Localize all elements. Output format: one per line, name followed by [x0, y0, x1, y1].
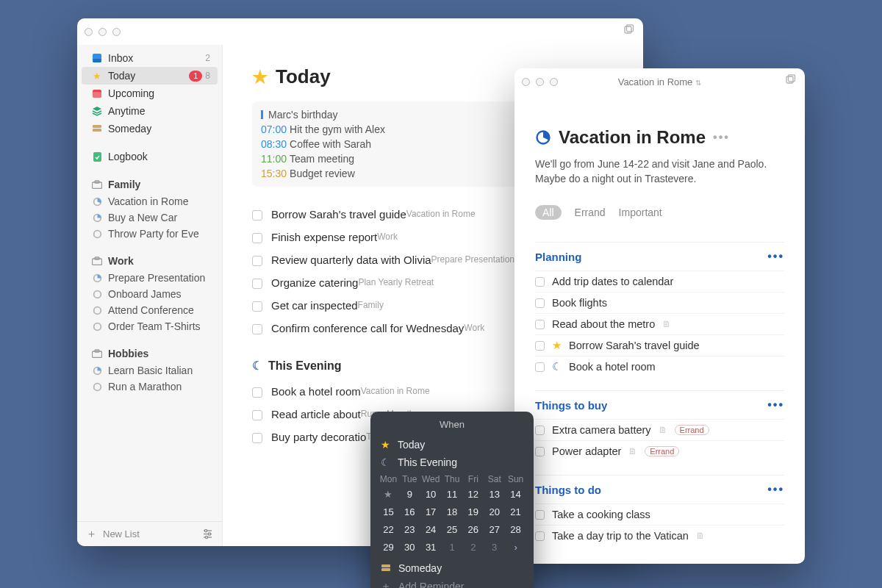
- calendar-day[interactable]: 1: [442, 540, 463, 555]
- plus-icon[interactable]: ＋: [86, 527, 97, 541]
- calendar-day[interactable]: 24: [420, 523, 442, 537]
- checkbox[interactable]: [252, 210, 262, 220]
- checkbox[interactable]: [535, 510, 545, 520]
- sidebar-today[interactable]: ★ Today 1 8: [82, 67, 218, 85]
- sidebar-proj-party[interactable]: Throw Party for Eve: [82, 226, 218, 242]
- checkbox[interactable]: [252, 410, 262, 420]
- calendar-day[interactable]: 21: [505, 505, 526, 520]
- sidebar-anytime[interactable]: Anytime: [82, 102, 218, 120]
- tag-errand[interactable]: Errand: [575, 207, 606, 218]
- task-row[interactable]: ☾Book a hotel room: [535, 356, 784, 377]
- checkbox[interactable]: [252, 301, 262, 312]
- tag-pill[interactable]: Errand: [645, 446, 679, 456]
- when-today[interactable]: ★Today: [370, 436, 534, 453]
- sidebar-logbook[interactable]: Logbook: [82, 148, 218, 165]
- task-row[interactable]: Add trip dates to calendar: [535, 270, 784, 292]
- checkbox[interactable]: [252, 256, 262, 266]
- calendar-day[interactable]: 13: [484, 487, 505, 502]
- calendar-day[interactable]: 25: [442, 523, 463, 537]
- calendar-day[interactable]: 17: [420, 505, 442, 520]
- calendar-day[interactable]: 18: [442, 505, 463, 520]
- tag-pill[interactable]: Errand: [675, 425, 709, 435]
- sidebar-proj-conference[interactable]: Attend Conference: [82, 302, 218, 318]
- calendar-day[interactable]: 15: [378, 505, 399, 520]
- calendar-day[interactable]: 14: [505, 487, 526, 502]
- checkbox[interactable]: [535, 298, 545, 308]
- sidebar-proj-italian[interactable]: Learn Basic Italian: [82, 362, 218, 379]
- calendar-day[interactable]: 9: [399, 487, 420, 502]
- minimize-dot[interactable]: [536, 78, 544, 86]
- task-row[interactable]: Book flights: [535, 292, 784, 313]
- sidebar-upcoming[interactable]: Upcoming: [82, 85, 218, 102]
- sidebar-proj-onboard[interactable]: Onboard James: [82, 286, 218, 302]
- task-row[interactable]: Read about the metro🗎: [535, 313, 784, 334]
- sidebar-area-hobbies[interactable]: Hobbies: [82, 345, 218, 362]
- checkbox[interactable]: [535, 447, 545, 456]
- section-head[interactable]: Planning •••: [535, 250, 784, 263]
- checkbox[interactable]: [535, 531, 545, 541]
- new-list-button[interactable]: New List: [103, 528, 140, 539]
- zoom-dot[interactable]: [112, 28, 121, 36]
- calendar-day[interactable]: 20: [484, 505, 505, 520]
- sidebar-proj-vacation[interactable]: Vacation in Rome: [82, 193, 218, 209]
- zoom-dot[interactable]: [550, 78, 558, 86]
- more-icon[interactable]: •••: [767, 483, 784, 496]
- calendar-day[interactable]: 30: [399, 540, 420, 555]
- close-dot[interactable]: [522, 78, 530, 86]
- windows-icon[interactable]: [784, 74, 796, 86]
- sidebar-proj-car[interactable]: Buy a New Car: [82, 209, 218, 226]
- task-row[interactable]: ★Borrow Sarah's travel guide: [535, 334, 784, 356]
- task-row[interactable]: Extra camera battery🗎Errand: [535, 419, 784, 440]
- tag-all[interactable]: All: [535, 205, 562, 220]
- checkbox[interactable]: [252, 324, 262, 334]
- calendar-day[interactable]: 27: [484, 523, 505, 537]
- checkbox[interactable]: [252, 387, 262, 398]
- calendar-day[interactable]: 16: [399, 505, 420, 520]
- sidebar-proj-marathon[interactable]: Run a Marathon: [82, 379, 218, 395]
- when-evening[interactable]: ☾This Evening: [370, 453, 534, 471]
- calendar-day[interactable]: 3: [484, 540, 505, 555]
- when-someday[interactable]: Someday: [370, 559, 534, 577]
- calendar-next-icon[interactable]: ›: [505, 540, 526, 555]
- more-icon[interactable]: •••: [767, 250, 784, 263]
- checkbox[interactable]: [252, 233, 262, 243]
- sidebar-someday[interactable]: Someday: [82, 120, 218, 137]
- calendar-day[interactable]: 2: [462, 540, 484, 555]
- task-row[interactable]: Power adapter🗎Errand: [535, 440, 784, 462]
- calendar-day[interactable]: 12: [462, 487, 484, 502]
- checkbox[interactable]: [252, 279, 262, 289]
- tag-important[interactable]: Important: [619, 207, 662, 218]
- close-dot[interactable]: [85, 28, 93, 36]
- checkbox[interactable]: [535, 341, 545, 351]
- task-row[interactable]: Take a cooking class: [535, 503, 784, 525]
- calendar-day[interactable]: 22: [378, 523, 399, 537]
- more-icon[interactable]: •••: [767, 398, 784, 412]
- project-window-title[interactable]: Vacation in Rome⇅: [618, 76, 702, 87]
- calendar-day[interactable]: 26: [462, 523, 484, 537]
- sidebar-proj-tshirts[interactable]: Order Team T-Shirts: [82, 318, 218, 334]
- section-head[interactable]: Things to buy •••: [535, 398, 784, 412]
- calendar-day[interactable]: 23: [399, 523, 420, 537]
- windows-icon[interactable]: [623, 24, 634, 36]
- calendar-today-star-icon[interactable]: ★: [378, 487, 399, 502]
- calendar-day[interactable]: 19: [462, 505, 484, 520]
- checkbox[interactable]: [535, 320, 545, 329]
- sidebar-proj-presentation[interactable]: Prepare Presentation: [82, 270, 218, 286]
- calendar-day[interactable]: 10: [420, 487, 442, 502]
- project-description[interactable]: We'll go from June 14-22 and visit Jane …: [535, 157, 784, 186]
- calendar-day[interactable]: 28: [505, 523, 526, 537]
- checkbox[interactable]: [535, 277, 545, 287]
- calendar-day[interactable]: 29: [378, 540, 399, 555]
- calendar-day[interactable]: 11: [442, 487, 463, 502]
- section-head[interactable]: Things to do •••: [535, 483, 784, 496]
- settings-icon[interactable]: [202, 528, 213, 539]
- sidebar-area-work[interactable]: Work: [82, 252, 218, 270]
- more-icon[interactable]: •••: [713, 131, 730, 144]
- sidebar-inbox[interactable]: Inbox 2: [82, 49, 218, 67]
- checkbox[interactable]: [535, 426, 545, 435]
- task-row[interactable]: Take a day trip to the Vatican🗎: [535, 525, 784, 546]
- when-add-reminder[interactable]: ＋Add Reminder: [370, 577, 534, 588]
- checkbox[interactable]: [535, 362, 545, 372]
- minimize-dot[interactable]: [98, 28, 107, 36]
- checkbox[interactable]: [252, 433, 262, 443]
